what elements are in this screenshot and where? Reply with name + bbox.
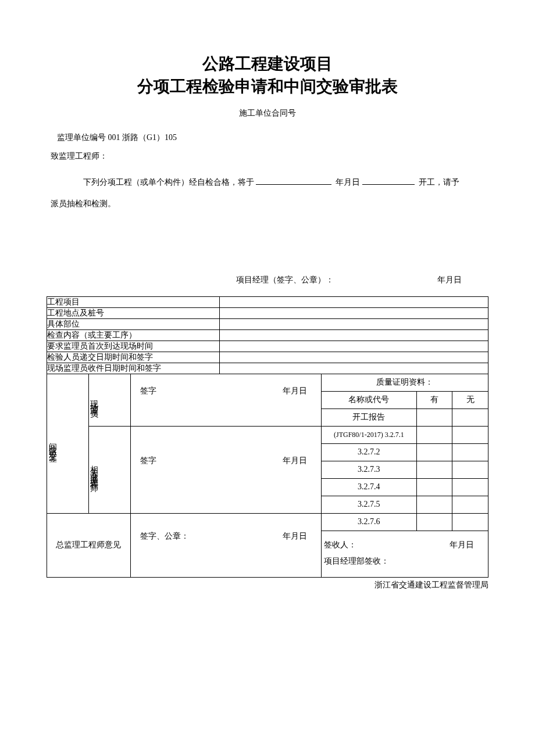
recv-block[interactable]: 项目经理部签收： 签收人： 年月日 [321, 531, 488, 577]
cert-item-3: 3.2.7.3 [321, 461, 416, 478]
pm-sig-date: 年月日 [392, 271, 462, 289]
cert-yes-5[interactable] [416, 496, 452, 513]
date-blank-1[interactable] [256, 176, 331, 185]
recv-title: 项目经理部签收： [324, 556, 389, 567]
cert-item-2: 3.2.7.2 [321, 443, 416, 461]
label-part: 具体部位 [47, 318, 220, 329]
page-title: 公路工程建设项目 分项工程检验申请和中间交验审批表 [47, 52, 488, 98]
mid-role1-date-label: 年月日 [283, 386, 307, 396]
cert-title: 质量证明资料： [321, 374, 488, 391]
label-content: 检查内容（或主要工序） [47, 329, 220, 341]
cert-no-5[interactable] [452, 496, 488, 513]
row-location: 工程地点及桩号 [47, 307, 488, 318]
cert-no-0[interactable] [452, 409, 488, 426]
cert-yes-header: 有 [416, 391, 452, 409]
cert-item-4: 3.2.7.4 [321, 478, 416, 496]
value-first-arrival[interactable] [220, 341, 488, 352]
mid-role2: 相关专业监理工程师 [88, 426, 130, 513]
label-first-arrival: 要求监理员首次到达现场时间 [47, 341, 220, 352]
cert-yes-2[interactable] [416, 443, 452, 461]
opinion-sign-label: 签字、公章： [140, 531, 189, 542]
cert-no-2[interactable] [452, 443, 488, 461]
value-content[interactable] [220, 329, 488, 341]
cert-name-header: 名称或代号 [321, 391, 416, 409]
cert-item-0: 开工报告 [321, 409, 416, 426]
cert-no-3[interactable] [452, 461, 488, 478]
cert-no-1[interactable] [452, 426, 488, 443]
intro-before: 下列分项工程（或单个构件）经自检合格，将于 [83, 178, 254, 187]
cert-yes-1[interactable] [416, 426, 452, 443]
pm-signature-row: 项目经理（签字、公章）： 年月日 [51, 248, 485, 296]
value-site-receive[interactable] [220, 363, 488, 374]
label-location: 工程地点及桩号 [47, 307, 220, 318]
recv-date-label: 年月日 [450, 540, 474, 550]
mid-role1: 现场监理员 [88, 374, 130, 426]
value-location[interactable] [220, 307, 488, 318]
footer: 浙江省交通建设工程监督管理局 [47, 580, 488, 590]
opinion-label: 总监理工程师意见 [47, 513, 131, 577]
label-project: 工程项目 [47, 296, 220, 307]
value-part[interactable] [220, 318, 488, 329]
intro-mid: 年月日 [336, 178, 360, 187]
mid-group: 间验认中交签 [47, 374, 89, 513]
mid-role1-sign-label: 签字 [140, 386, 156, 396]
label-inspector-submit: 检验人员递交日期时间和签字 [47, 352, 220, 363]
cert-no-6[interactable] [452, 513, 488, 531]
intro-block: 致监理工程师： 下列分项工程（或单个构件）经自检合格，将于 年月日 开工，请予 … [47, 144, 488, 296]
cert-item-6: 3.2.7.6 [321, 513, 416, 531]
value-project[interactable] [220, 296, 488, 307]
cert-no-header: 无 [452, 391, 488, 409]
mid-role2-date-label: 年月日 [283, 456, 307, 466]
row-part: 具体部位 [47, 318, 488, 329]
row-content: 检查内容（或主要工序） [47, 329, 488, 341]
mid-role2-sign-area[interactable]: 签字 年月日 [130, 426, 321, 513]
row-inspector-submit: 检验人员递交日期时间和签字 [47, 352, 488, 363]
title-line-2: 分项工程检验申请和中间交验审批表 [137, 77, 398, 95]
value-inspector-submit[interactable] [220, 352, 488, 363]
cert-yes-3[interactable] [416, 461, 452, 478]
intro-after: 开工，请予 [419, 178, 459, 187]
row-site-receive: 现场监理员收件日期时间和签字 [47, 363, 488, 374]
cert-item-1: (JTGF80/1-2017) 3.2.7.1 [321, 426, 416, 443]
row-first-arrival: 要求监理员首次到达现场时间 [47, 341, 488, 352]
opinion-date-label: 年月日 [283, 531, 307, 542]
recv-person-label: 签收人： [324, 540, 356, 550]
cert-yes-0[interactable] [416, 409, 452, 426]
form-table: 致监理工程师： 下列分项工程（或单个构件）经自检合格，将于 年月日 开工，请予 … [47, 144, 488, 577]
cert-yes-6[interactable] [416, 513, 452, 531]
cert-no-4[interactable] [452, 478, 488, 496]
reference-line: 监理单位编号 001 浙路（G1）105 [57, 132, 487, 143]
row-project: 工程项目 [47, 296, 488, 307]
mid-role2-sign-label: 签字 [140, 456, 156, 466]
intro-body: 下列分项工程（或单个构件）经自检合格，将于 年月日 开工，请予 [51, 174, 485, 192]
cert-yes-4[interactable] [416, 478, 452, 496]
intro-tail: 派员抽检和检测。 [51, 195, 485, 213]
title-line-1: 公路工程建设项目 [202, 55, 333, 73]
salutation: 致监理工程师： [51, 148, 485, 166]
cert-item-5: 3.2.7.5 [321, 496, 416, 513]
subheader: 施工单位合同号 [47, 108, 488, 119]
opinion-sign-area[interactable]: 签字、公章： 年月日 [130, 513, 321, 577]
date-blank-2[interactable] [362, 176, 415, 185]
mid-role1-sign-area[interactable]: 签字 年月日 [130, 374, 321, 426]
label-site-receive: 现场监理员收件日期时间和签字 [47, 363, 220, 374]
pm-sig-label: 项目经理（签字、公章）： [179, 271, 392, 289]
